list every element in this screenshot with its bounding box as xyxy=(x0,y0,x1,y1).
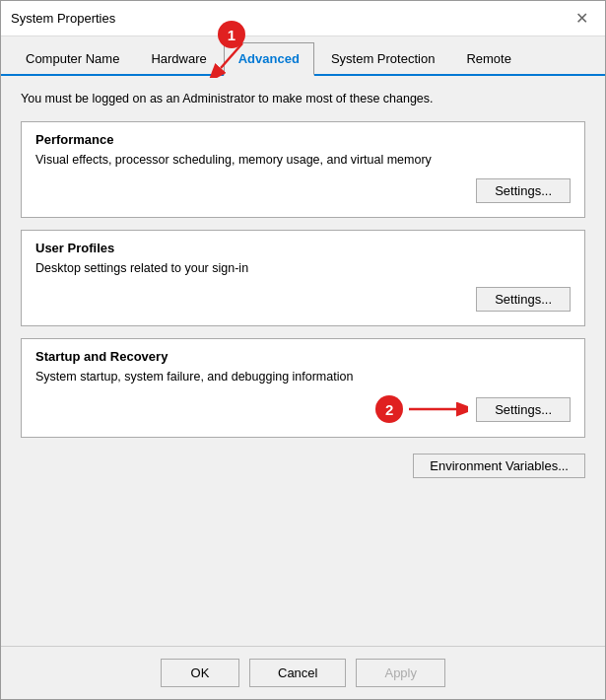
user-profiles-title: User Profiles xyxy=(35,241,571,255)
startup-recovery-title: Startup and Recovery xyxy=(35,349,571,364)
tab-advanced[interactable]: Advanced xyxy=(224,42,314,76)
startup-recovery-desc: System startup, system failure, and debu… xyxy=(35,370,571,384)
env-variables-button[interactable]: Environment Variables... xyxy=(413,454,585,478)
startup-recovery-settings-button[interactable]: Settings... xyxy=(476,397,571,422)
performance-title: Performance xyxy=(35,132,571,147)
env-variables-row: Environment Variables... xyxy=(21,454,585,478)
system-properties-window: System Properties ✕ 1 Computer Name Hard… xyxy=(0,0,606,700)
tab-bar: Computer Name Hardware Advanced System P… xyxy=(1,36,605,76)
close-button[interactable]: ✕ xyxy=(568,5,595,33)
tab-content: You must be logged on as an Administrato… xyxy=(1,76,605,646)
tab-remote[interactable]: Remote xyxy=(451,42,526,76)
startup-recovery-section: Startup and Recovery System startup, sys… xyxy=(21,338,585,438)
performance-settings-button[interactable]: Settings... xyxy=(476,178,571,203)
ok-button[interactable]: OK xyxy=(161,659,239,687)
annotation-badge-2: 2 xyxy=(375,395,403,423)
footer: OK Cancel Apply xyxy=(1,646,605,699)
user-profiles-desc: Desktop settings related to your sign-in xyxy=(35,261,571,275)
admin-note: You must be logged on as an Administrato… xyxy=(21,92,585,105)
tab-system-protection[interactable]: System Protection xyxy=(316,42,450,76)
window-title: System Properties xyxy=(11,11,115,26)
tab-hardware[interactable]: Hardware xyxy=(136,42,221,76)
user-profiles-section: User Profiles Desktop settings related t… xyxy=(21,230,585,326)
performance-desc: Visual effects, processor scheduling, me… xyxy=(35,153,571,167)
user-profiles-settings-button[interactable]: Settings... xyxy=(476,287,571,312)
apply-button[interactable]: Apply xyxy=(356,659,445,687)
title-bar: System Properties ✕ xyxy=(1,1,605,36)
cancel-button[interactable]: Cancel xyxy=(249,659,346,687)
performance-section: Performance Visual effects, processor sc… xyxy=(21,121,585,218)
tab-computer-name[interactable]: Computer Name xyxy=(11,42,134,76)
